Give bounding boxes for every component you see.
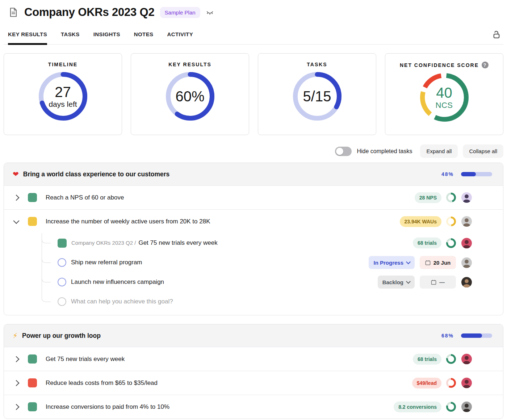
task-checkbox (58, 297, 66, 306)
key-result-row[interactable]: Increase the number of weekly active use… (4, 209, 503, 233)
tab-insights[interactable]: INSIGHTS (93, 29, 120, 44)
metric-badge[interactable]: $49/lead (412, 378, 441, 388)
chevron-down-icon[interactable] (13, 218, 20, 224)
objective-panel-2: ⚡ Power up our growth loop 68% Get 75 ne… (4, 324, 503, 419)
key-results-ring: 60% (166, 72, 214, 121)
progress-donut (446, 402, 456, 412)
objective-progress-percent: 48% (441, 171, 454, 177)
help-icon[interactable]: ? (482, 62, 489, 68)
linked-key-result-row[interactable]: Company OKRs 2023 Q2 / Get 75 new trials… (4, 233, 503, 253)
status-square[interactable] (28, 378, 37, 387)
tab-bar: KEY RESULTS TASKS INSIGHTS NOTES ACTIVIT… (4, 29, 503, 45)
assignee-avatar[interactable] (461, 192, 472, 203)
assignee-avatar[interactable] (461, 378, 472, 388)
tab-tasks[interactable]: TASKS (61, 29, 80, 44)
tab-notes[interactable]: NOTES (134, 29, 154, 44)
page-title: Company OKRs 2023 Q2 (24, 6, 155, 19)
metric-badge[interactable]: 68 trials (413, 238, 441, 248)
metric-badge[interactable]: 8.2 conversions (394, 402, 441, 412)
key-results-card: KEY RESULTS 60% (131, 53, 249, 135)
status-square[interactable] (28, 193, 37, 202)
timeline-card: TIMELINE 27 days left (4, 53, 122, 135)
subtask-title: Get 75 new trials every week (138, 239, 217, 247)
due-date-label: — (439, 279, 445, 285)
status-dropdown[interactable]: In Progress (369, 256, 415, 269)
assignee-avatar[interactable] (461, 257, 472, 268)
objective-progress-bar (461, 333, 492, 338)
task-checkbox[interactable] (58, 278, 66, 286)
objective-progress-fill (461, 172, 476, 176)
new-task-placeholder-row[interactable]: What can help you achieve this goal? (4, 292, 503, 311)
status-label: In Progress (373, 260, 403, 266)
objective-header[interactable]: ❤ Bring a world class experience to our … (4, 163, 503, 185)
due-date-chip[interactable]: — (420, 276, 456, 289)
chevron-right-icon[interactable] (13, 356, 20, 362)
due-date-label: 20 Jun (433, 260, 451, 266)
task-row[interactable]: Launch new influencers campaign Backlog … (4, 272, 503, 292)
task-checkbox[interactable] (58, 258, 66, 267)
objective-panel-1: ❤ Bring a world class experience to our … (4, 163, 503, 315)
metric-badge[interactable]: 68 trials (413, 354, 441, 365)
ncs-caption: NCS (436, 101, 453, 109)
key-result-row[interactable]: Reach a NPS of 60 or above 28 NPS (4, 185, 503, 209)
status-square[interactable] (28, 217, 37, 226)
collapse-all-button[interactable]: Collapse all (463, 144, 503, 158)
status-dropdown[interactable]: Backlog (378, 276, 415, 289)
key-result-title: Reduce leads costs from $65 to $35/lead (46, 379, 412, 387)
calendar-icon (425, 260, 431, 265)
status-square[interactable] (28, 402, 37, 411)
key-results-value: 60% (175, 89, 204, 104)
objective-progress-fill (461, 333, 482, 338)
key-result-row[interactable]: Reduce leads costs from $65 to $35/lead … (4, 371, 503, 395)
timeline-value: 27 (55, 84, 71, 100)
metric-badge[interactable]: 28 NPS (415, 192, 441, 203)
calendar-icon (431, 280, 436, 285)
key-result-row[interactable]: Increase conversions to paid from 4% to … (4, 395, 503, 419)
progress-donut (446, 378, 456, 388)
assignee-avatar[interactable] (461, 277, 472, 287)
key-result-row[interactable]: Get 75 new trials every week 68 trials (4, 347, 503, 371)
assignee-avatar[interactable] (461, 238, 472, 248)
assignee-avatar[interactable] (461, 402, 472, 412)
chevron-right-icon[interactable] (13, 404, 20, 410)
progress-donut (446, 217, 456, 226)
app-header: Company OKRs 2023 Q2 Sample Plan (8, 6, 503, 19)
key-result-title: Increase conversions to paid from 4% to … (46, 403, 394, 411)
due-date-chip[interactable]: 20 Jun (420, 256, 456, 269)
eye-closed-icon[interactable] (206, 8, 214, 17)
objective-header[interactable]: ⚡ Power up our growth loop 68% (4, 324, 503, 347)
timeline-ring: 27 days left (39, 72, 87, 121)
key-result-title: Increase the number of weekly active use… (46, 218, 400, 225)
chevron-down-icon (406, 260, 411, 264)
key-result-title: Reach a NPS of 60 or above (46, 194, 415, 201)
hide-completed-toggle[interactable] (335, 147, 352, 156)
progress-donut (446, 193, 456, 202)
status-square[interactable] (58, 239, 67, 248)
tasks-card-title: TASKS (258, 62, 376, 67)
hide-completed-label: Hide completed tasks (357, 148, 412, 155)
task-row[interactable]: Ship new referral program In Progress 20… (4, 253, 503, 272)
new-task-placeholder[interactable]: What can help you achieve this goal? (71, 298, 173, 305)
key-results-card-title: KEY RESULTS (131, 62, 249, 67)
expand-all-button[interactable]: Expand all (420, 144, 458, 158)
list-controls: Hide completed tasks Expand all Collapse… (4, 144, 503, 158)
unlock-icon[interactable] (491, 30, 501, 41)
ncs-value: 40 (436, 85, 452, 100)
stats-row: TIMELINE 27 days left KEY RESULTS 60% TA… (4, 53, 503, 135)
heart-emoji-icon: ❤ (13, 171, 19, 178)
breadcrumb[interactable]: Company OKRs 2023 Q2 / (71, 240, 136, 246)
tab-key-results[interactable]: KEY RESULTS (8, 29, 47, 44)
timeline-caption: days left (49, 100, 77, 108)
chevron-right-icon[interactable] (13, 380, 20, 386)
metric-badge[interactable]: 23.94K WAUs (400, 216, 441, 227)
ncs-ring: 40 NCS (420, 73, 469, 122)
chevron-right-icon[interactable] (13, 194, 20, 201)
okr-page: Company OKRs 2023 Q2 Sample Plan KEY RES… (0, 0, 507, 420)
status-square[interactable] (28, 354, 37, 364)
tasks-card: TASKS 5/15 (258, 53, 376, 135)
assignee-avatar[interactable] (461, 216, 472, 227)
ncs-card: NET CONFIDENCE SCORE ? 40 NCS (385, 53, 503, 135)
assignee-avatar[interactable] (461, 354, 472, 364)
ncs-card-title: NET CONFIDENCE SCORE (400, 62, 479, 68)
tab-activity[interactable]: ACTIVITY (167, 29, 193, 44)
